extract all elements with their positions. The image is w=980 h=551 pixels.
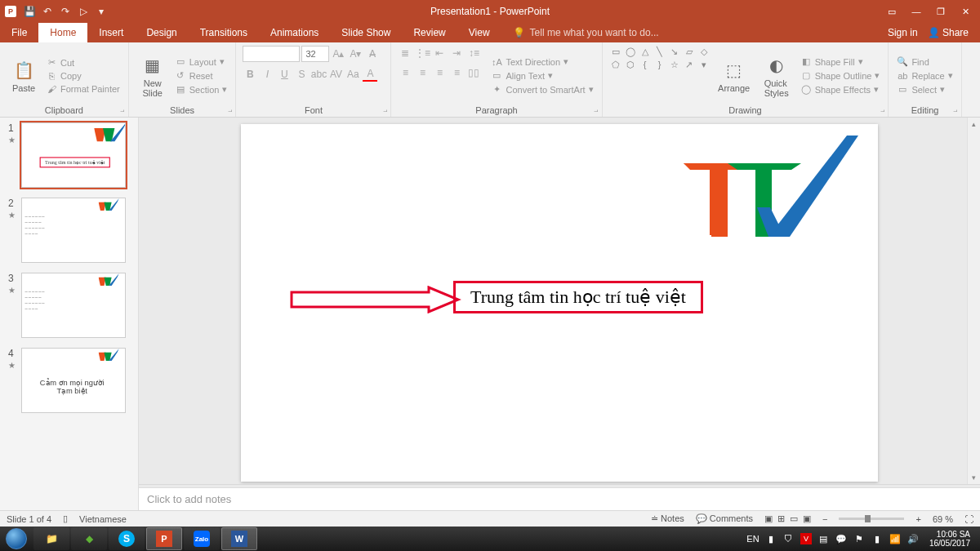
shapes-gallery[interactable]: ▭◯△╲↘▱◇ ⬠⬡{}☆↗▾ [609,46,710,105]
bullets-icon[interactable]: ≣ [398,46,412,60]
decrease-indent-icon[interactable]: ⇤ [432,46,447,60]
align-text-button[interactable]: ▭Align Text ▾ [489,69,595,82]
slide-thumbnail-pane[interactable]: 1 ★ Trung tâm tin học trí tuệ việt 2 ★ —… [0,118,139,510]
line-spacing-icon[interactable]: ↕≡ [466,46,481,60]
start-from-beginning-icon[interactable]: ▷ [77,5,90,18]
share-button[interactable]: 👤 Share [928,27,969,38]
save-icon[interactable]: 💾 [23,5,36,18]
language-indicator[interactable]: Vietnamese [79,514,127,524]
find-button[interactable]: 🔍Find [895,56,954,68]
tab-transitions[interactable]: Transitions [189,23,259,42]
cut-button[interactable]: ✂Cut [44,56,122,69]
tell-me-search[interactable]: 💡Tell me what you want to do... [501,23,659,42]
underline-icon[interactable]: U [277,67,292,82]
task-skype[interactable]: S [109,527,145,550]
minimize-icon[interactable]: — [905,3,928,20]
decrease-font-icon[interactable]: A▾ [348,47,363,61]
replace-button[interactable]: abReplace ▾ [895,69,954,82]
zoom-slider[interactable] [839,518,904,520]
comments-toggle[interactable]: 💬 Comments [696,513,753,524]
layout-button[interactable]: ▭Layout ▾ [173,56,229,68]
tab-insert[interactable]: Insert [87,23,135,42]
numbering-icon[interactable]: ⋮≡ [415,46,430,60]
tab-design[interactable]: Design [135,23,188,42]
clear-format-icon[interactable]: A̶ [365,47,380,61]
notes-pane[interactable]: Click to add notes [139,487,980,510]
align-center-icon[interactable]: ≡ [415,65,430,80]
task-zalo[interactable]: Zalo [184,527,220,550]
tray-wifi-icon[interactable]: 📶 [889,532,902,545]
tray-lang[interactable]: EN [746,532,760,545]
quick-styles-button[interactable]: ◐ Quick Styles [758,46,795,105]
shape-effects-button[interactable]: ◯Shape Effects ▾ [799,83,882,96]
tab-animations[interactable]: Animations [259,23,330,42]
close-icon[interactable]: ✕ [954,3,977,20]
tray-network-icon[interactable]: ▤ [817,532,830,545]
text-direction-button[interactable]: ↕AText Direction ▾ [489,56,595,68]
tab-home[interactable]: Home [38,23,87,42]
task-explorer[interactable]: 📁 [33,527,69,550]
tray-unikey-icon[interactable]: V [800,533,812,544]
char-spacing-icon[interactable]: AV [328,67,343,82]
undo-icon[interactable]: ↶ [41,5,54,18]
slide-thumb-2[interactable]: — — — — — —— — — — —— — — — — —— — — — [21,198,126,263]
sign-in-link[interactable]: Sign in [888,27,918,38]
vertical-scrollbar[interactable]: ▴ ▾ [967,118,980,484]
tray-bars-icon[interactable]: ▮ [871,532,884,545]
tab-review[interactable]: Review [402,23,457,42]
scroll-up-icon[interactable]: ▴ [968,118,980,131]
normal-view-icon[interactable]: ▣ [764,513,773,524]
redo-icon[interactable]: ↷ [59,5,72,18]
task-word[interactable]: W [221,527,257,550]
bold-icon[interactable]: B [243,67,257,82]
format-painter-button[interactable]: 🖌Format Painter [44,83,122,95]
columns-icon[interactable]: ▯▯ [466,65,481,80]
slide-thumb-1[interactable]: Trung tâm tin học trí tuệ việt [21,122,126,188]
reset-button[interactable]: ↺Reset [173,69,229,82]
fit-to-window-icon[interactable]: ⛶ [964,514,973,524]
qat-customize-icon[interactable]: ▾ [95,5,108,18]
font-size-combo[interactable]: 32 [301,46,329,62]
scroll-down-icon[interactable]: ▾ [968,471,980,484]
tray-chat-icon[interactable]: 💬 [835,532,848,545]
increase-indent-icon[interactable]: ⇥ [449,46,464,60]
font-color-icon[interactable]: A [363,67,377,82]
title-text-box[interactable]: Trung tâm tin học trí tuệ việt [453,281,703,313]
slide-canvas[interactable]: Trung tâm tin học trí tuệ việt [241,124,878,482]
copy-button[interactable]: ⎘Copy [44,70,122,82]
tray-clock[interactable]: 10:06 SA 16/05/2017 [924,530,975,548]
task-powerpoint[interactable]: P [146,527,182,550]
change-case-icon[interactable]: Aa [345,67,360,82]
tray-shield-icon[interactable]: ⛉ [782,532,795,545]
font-family-combo[interactable] [243,46,300,62]
slide-thumb-3[interactable]: — — — — — —— — — — —— — — — — —— — — — [21,273,126,338]
convert-smartart-button[interactable]: ✦Convert to SmartArt ▾ [489,83,595,96]
start-button[interactable] [0,527,33,551]
tray-volume-icon[interactable]: 🔊 [906,532,920,545]
spellcheck-icon[interactable]: ▯ [63,513,68,524]
align-right-icon[interactable]: ≡ [432,65,447,80]
zoom-in-icon[interactable]: + [915,514,920,524]
ribbon-options-icon[interactable]: ▭ [880,3,903,20]
increase-font-icon[interactable]: A▴ [331,47,345,61]
shape-fill-button[interactable]: ◧Shape Fill ▾ [799,56,882,68]
reading-view-icon[interactable]: ▭ [790,513,798,524]
shape-outline-button[interactable]: ▢Shape Outline ▾ [799,69,882,82]
sorter-view-icon[interactable]: ⊞ [777,513,785,524]
tray-flag-icon[interactable]: ▮ [764,532,777,545]
italic-icon[interactable]: I [260,67,274,82]
tray-action-icon[interactable]: ⚑ [853,532,866,545]
slideshow-view-icon[interactable]: ▣ [803,513,811,524]
arrange-button[interactable]: ⬚ Arrange [714,46,755,105]
tab-file[interactable]: File [0,23,38,42]
notes-toggle[interactable]: ≐ Notes [651,513,684,524]
paste-button[interactable]: 📋 Paste [7,46,41,105]
slide-thumb-4[interactable]: Cảm ơn mọi người Tạm biệt [21,348,126,413]
align-left-icon[interactable]: ≡ [398,65,412,80]
section-button[interactable]: ▤Section ▾ [173,83,229,96]
task-coccoc[interactable]: ◆ [71,527,107,550]
slide-counter[interactable]: Slide 1 of 4 [7,514,51,524]
strike-icon[interactable]: abc [311,67,326,82]
tab-slideshow[interactable]: Slide Show [330,23,402,42]
justify-icon[interactable]: ≡ [449,65,464,80]
